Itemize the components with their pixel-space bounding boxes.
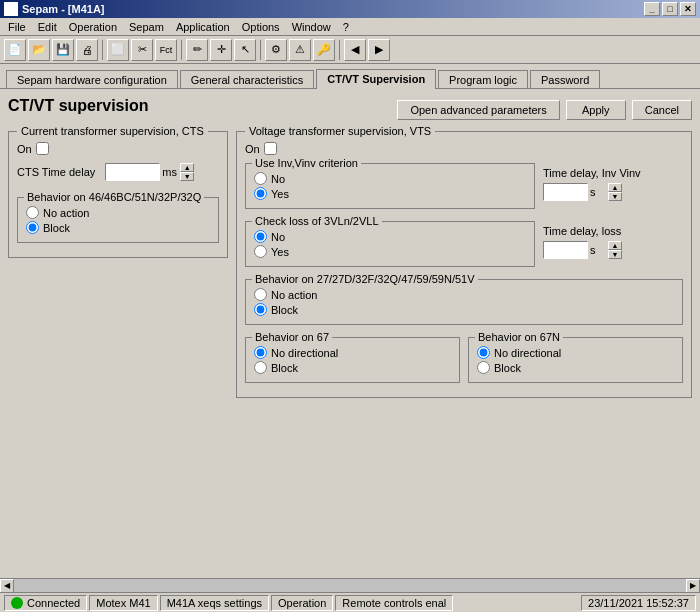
toolbar-fct-btn[interactable]: Fct <box>155 39 177 61</box>
vts-use-inv-legend: Use Inv,Vinv criterion <box>252 157 361 169</box>
menu-help[interactable]: ? <box>337 20 355 34</box>
toolbar-separator-2 <box>181 40 182 60</box>
cts-behavior-group: Behavior on 46/46BC/51N/32P/32Q No actio… <box>17 197 219 243</box>
vts-on-label: On <box>245 143 260 155</box>
vts-time-delay-loss-unit: s <box>590 244 606 256</box>
toolbar-target-btn[interactable]: ✛ <box>210 39 232 61</box>
toolbar-separator-3 <box>260 40 261 60</box>
toolbar-btn-5[interactable]: ⬜ <box>107 39 129 61</box>
vts-time-delay-loss-input[interactable]: 1 <box>543 241 588 259</box>
behavior-67n-no-dir-radio[interactable] <box>477 346 490 359</box>
behavior-67-no-dir-label: No directional <box>271 347 338 359</box>
cts-behavior-no-action-radio[interactable] <box>26 206 39 219</box>
title-bar: Sepam - [M41A] _ □ ✕ <box>0 0 700 18</box>
toolbar-pointer-btn[interactable]: ↖ <box>234 39 256 61</box>
vts-behavior-67-group: Behavior on 67 No directional Block <box>245 337 460 383</box>
cts-behavior-block-radio[interactable] <box>26 221 39 234</box>
cts-time-delay-up[interactable]: ▲ <box>180 163 194 172</box>
toolbar-open-btn[interactable]: 📂 <box>28 39 50 61</box>
toolbar-separator-4 <box>339 40 340 60</box>
status-connected: Connected <box>4 595 87 611</box>
menu-file[interactable]: File <box>2 20 32 34</box>
menu-application[interactable]: Application <box>170 20 236 34</box>
vts-check-loss-group: Check loss of 3VLn/2VLL No Yes <box>245 221 535 267</box>
toolbar-separator-1 <box>102 40 103 60</box>
menu-options[interactable]: Options <box>236 20 286 34</box>
app-icon <box>4 2 18 16</box>
behavior-27-no-action-label: No action <box>271 289 317 301</box>
vts-behavior-67n-legend: Behavior on 67N <box>475 331 563 343</box>
minimize-button[interactable]: _ <box>644 2 660 16</box>
behavior-67-block-label: Block <box>271 362 298 374</box>
use-inv-no-radio[interactable] <box>254 172 267 185</box>
vts-time-delay-inv-input[interactable]: 1 <box>543 183 588 201</box>
behavior-27-no-action-radio[interactable] <box>254 288 267 301</box>
menu-operation[interactable]: Operation <box>63 20 123 34</box>
vts-behavior-67-legend: Behavior on 67 <box>252 331 332 343</box>
menu-edit[interactable]: Edit <box>32 20 63 34</box>
behavior-67n-block-radio[interactable] <box>477 361 490 374</box>
cts-legend: Current transformer supervision, CTS <box>17 125 208 137</box>
tab-hardware[interactable]: Sepam hardware configuration <box>6 70 178 89</box>
cts-time-delay-down[interactable]: ▼ <box>180 172 194 181</box>
scroll-right-btn[interactable]: ▶ <box>686 579 700 593</box>
toolbar-forward-btn[interactable]: ▶ <box>368 39 390 61</box>
tab-password[interactable]: Password <box>530 70 600 89</box>
window-title: Sepam - [M41A] <box>22 3 105 15</box>
open-advanced-button[interactable]: Open advanced parameters <box>397 100 559 120</box>
toolbar-print-btn[interactable]: 🖨 <box>76 39 98 61</box>
behavior-67n-no-dir-label: No directional <box>494 347 561 359</box>
vts-behavior-67n-group: Behavior on 67N No directional Block <box>468 337 683 383</box>
scroll-track[interactable] <box>14 579 686 592</box>
tab-program-logic[interactable]: Program logic <box>438 70 528 89</box>
vts-behavior-27-legend: Behavior on 27/27D/32F/32Q/47/59/59N/51V <box>252 273 478 285</box>
menu-sepam[interactable]: Sepam <box>123 20 170 34</box>
cts-on-checkbox[interactable] <box>36 142 49 155</box>
toolbar-new-btn[interactable]: 📄 <box>4 39 26 61</box>
tab-general[interactable]: General characteristics <box>180 70 315 89</box>
toolbar-settings-btn[interactable]: ⚙ <box>265 39 287 61</box>
scroll-left-btn[interactable]: ◀ <box>0 579 14 593</box>
cts-behavior-legend: Behavior on 46/46BC/51N/32P/32Q <box>24 191 204 203</box>
toolbar-warn-btn[interactable]: ⚠ <box>289 39 311 61</box>
page-title: CT/VT supervision <box>8 97 148 115</box>
vts-time-inv-down[interactable]: ▼ <box>608 192 622 201</box>
menu-window[interactable]: Window <box>286 20 337 34</box>
cts-time-delay-input[interactable]: 150 <box>105 163 160 181</box>
behavior-67-no-dir-radio[interactable] <box>254 346 267 359</box>
vts-behavior-27-group: Behavior on 27/27D/32F/32Q/47/59/59N/51V… <box>245 279 683 325</box>
vts-time-delay-inv-unit: s <box>590 186 606 198</box>
vts-use-inv-group: Use Inv,Vinv criterion No Yes <box>245 163 535 209</box>
toolbar-save-btn[interactable]: 💾 <box>52 39 74 61</box>
toolbar-key-btn[interactable]: 🔑 <box>313 39 335 61</box>
check-loss-yes-radio[interactable] <box>254 245 267 258</box>
vts-time-delay-inv-label: Time delay, Inv Vinv <box>543 167 683 179</box>
menu-bar: File Edit Operation Sepam Application Op… <box>0 18 700 36</box>
behavior-67-block-radio[interactable] <box>254 361 267 374</box>
vts-time-inv-up[interactable]: ▲ <box>608 183 622 192</box>
close-button[interactable]: ✕ <box>680 2 696 16</box>
cancel-button[interactable]: Cancel <box>632 100 692 120</box>
behavior-27-block-radio[interactable] <box>254 303 267 316</box>
vts-check-loss-legend: Check loss of 3VLn/2VLL <box>252 215 382 227</box>
vts-time-loss-down[interactable]: ▼ <box>608 250 622 259</box>
connected-icon <box>11 597 23 609</box>
use-inv-yes-radio[interactable] <box>254 187 267 200</box>
main-content: CT/VT supervision Open advanced paramete… <box>0 88 700 412</box>
vts-time-loss-up[interactable]: ▲ <box>608 241 622 250</box>
apply-button[interactable]: Apply <box>566 100 626 120</box>
behavior-27-block-label: Block <box>271 304 298 316</box>
toolbar-pencil-btn[interactable]: ✏ <box>186 39 208 61</box>
status-operation: Operation <box>271 595 333 611</box>
vts-on-checkbox[interactable] <box>264 142 277 155</box>
tabs-row: Sepam hardware configuration General cha… <box>0 64 700 88</box>
maximize-button[interactable]: □ <box>662 2 678 16</box>
vts-time-delay-loss-label: Time delay, loss <box>543 225 683 237</box>
check-loss-no-radio[interactable] <box>254 230 267 243</box>
use-inv-no-label: No <box>271 173 285 185</box>
toolbar-back-btn[interactable]: ◀ <box>344 39 366 61</box>
tab-ctvt[interactable]: CT/VT Supervision <box>316 69 436 89</box>
toolbar-btn-6[interactable]: ✂ <box>131 39 153 61</box>
check-loss-no-label: No <box>271 231 285 243</box>
h-scrollbar: ◀ ▶ <box>0 578 700 592</box>
